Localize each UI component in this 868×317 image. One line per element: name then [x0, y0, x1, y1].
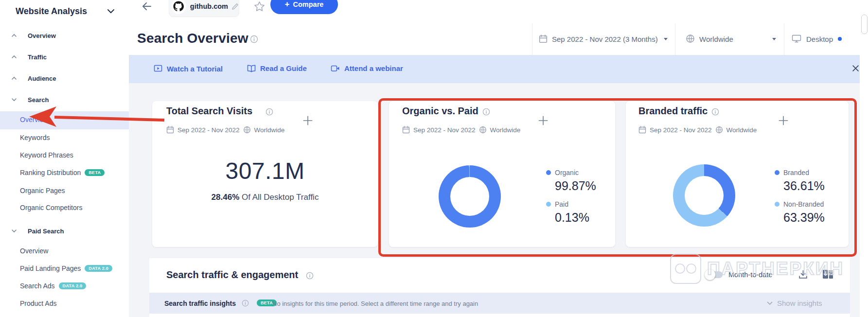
traffic-share-value: 28.46%	[212, 193, 240, 202]
date-range-selector[interactable]: Sep 2022 - Nov 2022 (3 Months)	[552, 35, 658, 43]
sidebar-item-traffic-section[interactable]: Traffic	[0, 53, 129, 62]
chevron-down-icon	[12, 229, 17, 233]
beta-badge: BETA	[85, 169, 105, 176]
sidebar-item-paid-landing-pages[interactable]: Paid Landing PagesDATA 2.0	[0, 264, 129, 274]
sidebar-item-keywords[interactable]: Keywords	[0, 133, 129, 143]
month-to-date-toggle[interactable]	[706, 271, 723, 278]
sidebar-item-audience-section[interactable]: Audience	[0, 74, 129, 84]
sidebar-item-paid-overview[interactable]: Overview	[0, 247, 129, 256]
legend-dot	[546, 170, 551, 175]
divider	[675, 23, 675, 55]
globe-icon	[715, 126, 723, 134]
banner-link-label: Attend a webinar	[344, 64, 403, 72]
toggle-knob	[705, 269, 715, 280]
sidebar-item-keyword-phrases[interactable]: Keyword Phrases	[0, 151, 129, 160]
organic-paid-donut-chart	[439, 165, 501, 228]
sidebar-item-label: Traffic	[28, 53, 47, 61]
sidebar-title: Website Analysis	[16, 6, 87, 17]
show-insights-button[interactable]: Show insights	[767, 299, 822, 307]
domain-text: github.com	[190, 2, 228, 10]
page-title: Search Overview	[137, 31, 248, 46]
sidebar-item-label: Overview	[20, 116, 48, 123]
sidebar-item-label: Paid Landing PagesDATA 2.0	[20, 264, 112, 272]
branded-traffic-card: Branded traffic Sep 2022 - Nov 2022 Worl…	[626, 101, 849, 247]
sidebar-item-search-section[interactable]: Search	[0, 95, 129, 105]
chevron-down-icon[interactable]	[664, 38, 668, 40]
domain-input[interactable]: github.com	[169, 0, 239, 17]
chevron-up-icon	[12, 34, 17, 37]
back-button[interactable]	[141, 0, 153, 12]
legend-dot	[775, 202, 779, 207]
data20-badge: DATA 2.0	[59, 282, 87, 289]
info-icon[interactable]	[250, 35, 258, 43]
desktop-monitor-icon	[792, 34, 801, 43]
sidebar-item-organic-pages[interactable]: Organic Pages	[0, 186, 129, 196]
sidebar-item-search-overview-active[interactable]: Overview	[0, 111, 129, 129]
globe-icon	[479, 126, 487, 134]
card-meta: Sep 2022 - Nov 2022 Worldwide	[638, 126, 757, 134]
read-guide-link[interactable]: Read a Guide	[247, 64, 307, 72]
favorite-star-icon[interactable]	[254, 1, 265, 12]
watch-tutorial-link[interactable]: Watch a Tutorial	[154, 64, 223, 73]
sidebar: Website Analysis Overview Traffic Audien…	[0, 0, 129, 317]
card-title: Organic vs. Paid	[402, 106, 478, 117]
legend-label: Non-Branded	[783, 200, 824, 208]
info-icon[interactable]	[266, 108, 273, 116]
banner-link-label: Watch a Tutorial	[167, 65, 223, 73]
device-selector[interactable]: Desktop	[806, 35, 833, 43]
info-icon[interactable]	[242, 299, 249, 307]
info-icon[interactable]	[711, 108, 719, 116]
card-date: Sep 2022 - Nov 2022	[413, 126, 476, 134]
chart-legend: Organic 99.87% Paid 0.13%	[546, 169, 596, 225]
add-to-list-button[interactable]	[302, 115, 314, 126]
legend-dot	[546, 202, 551, 207]
card-region: Worldwide	[490, 126, 521, 134]
add-to-list-button[interactable]	[537, 115, 549, 126]
video-camera-icon	[331, 64, 340, 72]
device-status-dot	[838, 37, 842, 41]
data20-badge: DATA 2.0	[85, 265, 112, 272]
chevron-down-icon[interactable]	[772, 38, 776, 40]
sidebar-item-overview-section[interactable]: Overview	[0, 31, 129, 41]
add-to-list-button[interactable]	[778, 115, 789, 126]
region-selector[interactable]: Worldwide	[699, 35, 733, 43]
close-icon[interactable]	[852, 65, 859, 72]
insights-message: No insights for this time period. Select…	[272, 300, 478, 307]
github-logo-icon	[171, 0, 186, 14]
legend-label: Paid	[555, 200, 568, 208]
legend-item: Organic	[546, 169, 596, 176]
legend-item: Paid	[546, 200, 596, 208]
chevron-down-icon[interactable]	[107, 9, 115, 14]
divider	[784, 23, 784, 55]
edit-pencil-icon[interactable]	[232, 3, 239, 10]
compare-button-label: Compare	[293, 0, 324, 8]
sidebar-item-search-ads[interactable]: Search AdsDATA 2.0	[0, 282, 129, 291]
app-root: Website Analysis Overview Traffic Audien…	[0, 0, 868, 317]
sidebar-item-product-ads[interactable]: Product Ads	[0, 299, 129, 309]
sidebar-item-label: Organic Competitors	[20, 204, 82, 211]
globe-icon	[686, 34, 695, 43]
export-locked-icon[interactable]	[822, 269, 833, 280]
section-title: Search traffic & engagement	[166, 269, 298, 281]
organic-vs-paid-card: Organic vs. Paid Sep 2022 - Nov 2022 Wor…	[389, 101, 615, 247]
sidebar-item-paid-search-section[interactable]: Paid Search	[0, 227, 129, 236]
total-search-visits-card: Total Search Visits Sep 2022 - Nov 2022 …	[152, 101, 378, 247]
sidebar-item-ranking-distribution[interactable]: Ranking DistributionBETA	[0, 168, 129, 178]
compare-button[interactable]: + Compare	[270, 0, 338, 14]
tutorial-icon	[154, 64, 162, 73]
sidebar-item-organic-competitors[interactable]: Organic Competitors	[0, 203, 129, 213]
legend-label: Branded	[783, 169, 809, 176]
legend-value: 99.87%	[555, 179, 596, 193]
next-section-edge	[149, 314, 850, 317]
sidebar-item-label: Keyword Phrases	[20, 151, 73, 159]
attend-webinar-link[interactable]: Attend a webinar	[331, 64, 403, 72]
scrollbar-thumb[interactable]	[861, 15, 868, 34]
sidebar-item-label: Organic Pages	[20, 187, 65, 194]
banner-link-label: Read a Guide	[260, 64, 307, 72]
legend-value: 36.61%	[783, 179, 825, 193]
sidebar-item-label: Audience	[28, 75, 56, 82]
insights-title: Search traffic insights	[164, 299, 236, 307]
download-icon[interactable]	[798, 269, 808, 280]
info-icon[interactable]	[482, 108, 490, 116]
info-icon[interactable]	[306, 272, 314, 280]
